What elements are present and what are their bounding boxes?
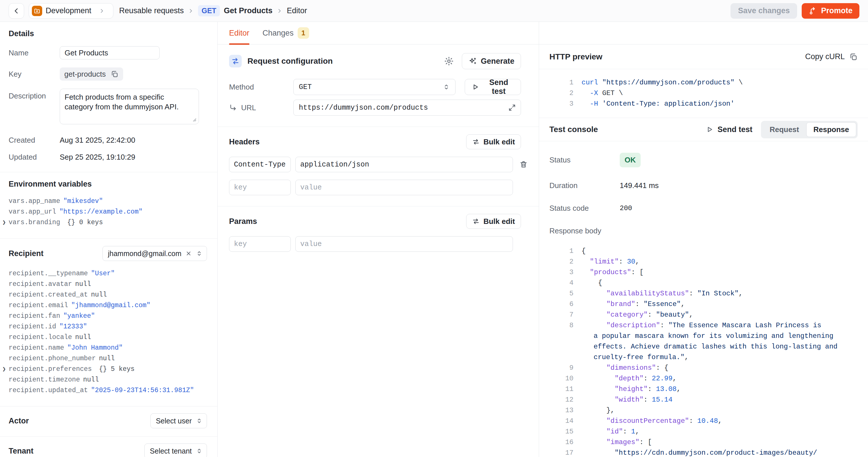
duration-label: Duration bbox=[549, 181, 620, 190]
param-value-input[interactable]: value bbox=[296, 236, 513, 252]
sparkles-icon bbox=[468, 57, 477, 65]
code-line: 13 }, bbox=[549, 405, 860, 416]
header-value-input[interactable]: value bbox=[296, 180, 513, 195]
console-send-test-button[interactable]: Send test bbox=[706, 125, 753, 134]
headers-bulk-edit-button[interactable]: Bulk edit bbox=[466, 134, 521, 149]
http-preview-header: HTTP preview Copy cURL bbox=[539, 44, 868, 69]
generate-button[interactable]: Generate bbox=[462, 53, 521, 69]
environment-variables-section: Environment variables vars.app_name"mike… bbox=[0, 172, 217, 239]
header-key-input[interactable]: key bbox=[229, 180, 291, 195]
details-sidebar: Details Name Key get-products Descriptio… bbox=[0, 22, 218, 457]
description-label: Description bbox=[9, 92, 60, 100]
recipient-property-row: recipient.updated_at"2025-09-23T14:56:31… bbox=[9, 385, 207, 396]
chevron-up-down-icon bbox=[196, 417, 203, 424]
clear-icon[interactable] bbox=[185, 250, 192, 256]
code-line: 5 "availabilityStatus": "In Stock", bbox=[549, 288, 860, 299]
created-label: Created bbox=[9, 136, 60, 145]
recipient-property-row: recipient.name"John Hammond" bbox=[9, 343, 207, 354]
recipient-property-row: recipient.email"jhammond@gmail.com" bbox=[9, 300, 207, 311]
copy-icon bbox=[849, 53, 858, 61]
code-line: effects. Achieve dramatic lashes with th… bbox=[549, 341, 860, 352]
url-input[interactable]: https://dummyjson.com/products bbox=[293, 100, 521, 116]
editor-tabs: Editor Changes 1 bbox=[218, 22, 539, 44]
response-body-label: Response body bbox=[549, 226, 620, 235]
copy-curl-button[interactable]: Copy cURL bbox=[805, 52, 858, 61]
breadcrumb-request-name[interactable]: Get Products bbox=[224, 6, 273, 15]
created-value: Aug 31 2025, 22:42:00 bbox=[60, 136, 135, 145]
code-line: 10 "depth": 22.99, bbox=[549, 373, 860, 384]
tenant-select[interactable]: Select tenant bbox=[144, 444, 207, 457]
actor-section: Actor Select user bbox=[0, 406, 217, 437]
request-response-toggle: Request Response bbox=[761, 121, 858, 139]
chevron-up-down-icon bbox=[196, 448, 203, 454]
gear-icon[interactable] bbox=[444, 56, 454, 66]
recipient-property-row: recipient.timezonenull bbox=[9, 375, 207, 385]
request-configuration-title: Request configuration bbox=[247, 57, 333, 66]
test-console-header: Test console Send test Request Response bbox=[539, 118, 868, 141]
code-line: 1curl "https://dummyjson.com/products" \ bbox=[549, 77, 860, 88]
environment-variables-title: Environment variables bbox=[9, 180, 207, 189]
code-line: 17 "https://cdn.dummyjson.com/product-im… bbox=[549, 448, 860, 457]
save-changes-button[interactable]: Save changes bbox=[731, 3, 797, 19]
expand-chevron-icon[interactable]: ❯ bbox=[2, 217, 6, 228]
description-textarea[interactable]: Fetch products from a specific category … bbox=[60, 89, 199, 124]
recipient-property-row: recipient.phone_numbernull bbox=[9, 354, 207, 364]
promote-icon bbox=[809, 7, 817, 15]
chevron-up-down-icon bbox=[196, 250, 203, 257]
toggle-request[interactable]: Request bbox=[763, 122, 806, 137]
recipient-property-row: recipient.localenull bbox=[9, 332, 207, 343]
resize-handle-icon[interactable] bbox=[191, 117, 197, 122]
back-button[interactable] bbox=[9, 3, 24, 19]
tenant-title: Tenant bbox=[9, 447, 34, 456]
code-line: 4 { bbox=[549, 278, 860, 288]
trash-icon bbox=[519, 160, 528, 169]
promote-button[interactable]: Promote bbox=[802, 3, 859, 19]
expand-chevron-icon[interactable]: ❯ bbox=[2, 364, 6, 375]
variable-row: ❯vars.branding {} 0 keys bbox=[9, 217, 207, 228]
tab-editor[interactable]: Editor bbox=[229, 22, 249, 44]
chevron-left-icon bbox=[12, 7, 20, 14]
code-line: 1{ bbox=[549, 246, 860, 256]
key-chip: get-products bbox=[60, 67, 123, 81]
code-line: 8 "description": "The Essence Mascara La… bbox=[549, 320, 860, 331]
recipient-select[interactable]: jhammond@gmail.com bbox=[102, 246, 207, 261]
method-label: Method bbox=[229, 83, 293, 92]
breadcrumb-reusable-requests[interactable]: Reusable requests bbox=[119, 6, 184, 15]
method-select[interactable]: GET bbox=[293, 79, 456, 95]
name-label: Name bbox=[9, 49, 60, 57]
environment-switcher[interactable]: Development bbox=[29, 3, 113, 19]
variable-row: vars.app_url"https://example.com" bbox=[9, 207, 207, 217]
toggle-response[interactable]: Response bbox=[806, 122, 856, 137]
updated-label: Updated bbox=[9, 153, 60, 162]
editor-panel: Editor Changes 1 Request configuration bbox=[218, 22, 539, 457]
environment-variables-list: vars.app_name"mikesdev" vars.app_url"htt… bbox=[9, 196, 207, 228]
response-body-code-block: 1{ 2 "limit": 30, 3 "products": [ 4 { 5 … bbox=[539, 244, 868, 457]
header-key-input[interactable]: Content-Type bbox=[229, 157, 291, 172]
recipient-property-row: recipient.__typename"User" bbox=[9, 268, 207, 279]
recipient-property-row: ❯recipient.preferences {} 5 keys bbox=[9, 364, 207, 375]
chevron-up-down-icon bbox=[443, 83, 450, 91]
recipient-property-row: recipient.avatarnull bbox=[9, 279, 207, 290]
param-key-input[interactable]: key bbox=[229, 236, 291, 252]
header-value-input[interactable]: application/json bbox=[296, 157, 513, 172]
code-line: 2 "limit": 30, bbox=[549, 256, 860, 267]
environment-label: Development bbox=[45, 6, 91, 15]
bulk-edit-icon bbox=[472, 218, 479, 225]
tab-changes[interactable]: Changes 1 bbox=[262, 22, 309, 44]
copy-icon[interactable] bbox=[111, 70, 119, 78]
actor-select[interactable]: Select user bbox=[150, 414, 207, 428]
recipient-title: Recipient bbox=[9, 249, 43, 258]
details-title: Details bbox=[9, 29, 207, 38]
code-line: 3 -H 'Content-Type: application/json' bbox=[549, 98, 860, 109]
expand-icon[interactable] bbox=[508, 103, 516, 112]
send-test-button[interactable]: Send test bbox=[465, 79, 521, 95]
code-line: 6 "brand": "Essence", bbox=[549, 299, 860, 309]
params-bulk-edit-button[interactable]: Bulk edit bbox=[466, 214, 521, 229]
code-line: 16 "images": [ bbox=[549, 437, 860, 448]
breadcrumb-editor[interactable]: Editor bbox=[287, 6, 307, 15]
recipient-property-row: recipient.created_atnull bbox=[9, 290, 207, 300]
delete-header-button[interactable] bbox=[519, 158, 528, 171]
headers-section: Headers Bulk edit Content-Type applicati… bbox=[218, 127, 539, 206]
name-input[interactable] bbox=[60, 46, 160, 59]
test-console-body: Status OK Duration 149.441 ms Status cod… bbox=[539, 141, 868, 244]
